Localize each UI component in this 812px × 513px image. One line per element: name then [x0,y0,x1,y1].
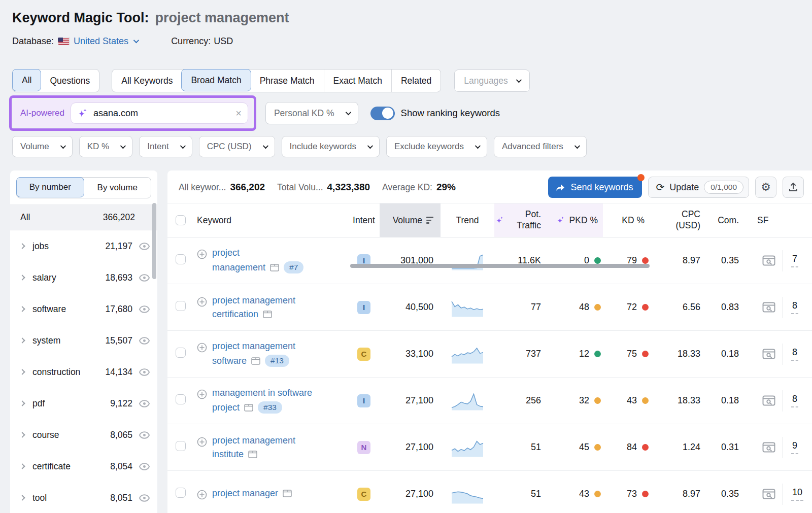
expand-chevron-icon[interactable] [19,432,25,437]
column-header-cpc[interactable]: CPC (USD) [650,203,700,237]
keyword-group-row[interactable]: jobs 21,197 [10,230,157,262]
expand-chevron-icon[interactable] [19,337,25,343]
keyword-group-row[interactable]: course 8,065 [10,419,157,451]
sidebar-scrollbar[interactable] [152,203,156,279]
keyword-group-row[interactable]: salary 18,693 [10,262,157,293]
sf-count[interactable]: 8 [791,347,798,361]
serp-features-icon[interactable] [270,264,279,271]
keyword-group-row[interactable]: construction 14,134 [10,356,157,388]
send-keywords-button[interactable]: Send keywords [548,177,642,198]
serp-preview-icon[interactable] [762,349,775,359]
match-type-tab[interactable]: Exact Match [324,70,391,92]
match-type-tab[interactable]: Questions [41,70,99,92]
horizontal-scrollbar[interactable] [350,264,650,268]
column-header-volume[interactable]: Volume [380,203,441,237]
expand-chevron-icon[interactable] [19,369,25,374]
ranking-position-badge[interactable]: #7 [284,261,303,273]
keyword-group-row[interactable]: system 15,507 [10,325,157,356]
keyword-group-row[interactable]: tool 8,051 [10,482,157,513]
keyword-link[interactable]: project management [212,435,295,446]
serp-preview-icon[interactable] [762,489,775,499]
sidebar-sort-tab[interactable]: By number [16,177,84,197]
add-keyword-icon[interactable] [197,490,207,500]
column-header-kd[interactable]: KD % [603,203,650,237]
row-checkbox[interactable] [176,254,186,264]
table-settings-button[interactable]: ⚙ [755,177,776,198]
column-header-keyword[interactable]: Keyword [197,203,348,237]
add-keyword-icon[interactable] [197,297,207,307]
eye-icon[interactable] [139,335,150,347]
filter-dropdown[interactable]: CPC (USD) [199,136,275,157]
keyword-link[interactable]: certification [212,309,258,320]
add-keyword-icon[interactable] [197,249,207,259]
expand-chevron-icon[interactable] [19,495,25,500]
keyword-search-field[interactable]: × [71,102,248,124]
intent-badge[interactable]: C [357,488,370,501]
chevron-down-icon[interactable] [133,37,139,43]
serp-features-icon[interactable] [244,404,253,412]
serp-features-icon[interactable] [251,357,260,365]
keyword-link[interactable]: project [212,248,240,258]
serp-features-icon[interactable] [283,490,292,497]
sf-count[interactable]: 8 [791,300,798,314]
personal-kd-dropdown[interactable]: Personal KD % [265,102,358,124]
keyword-link[interactable]: project management [212,341,295,352]
serp-preview-icon[interactable] [762,302,775,313]
filter-dropdown[interactable]: Include keywords [282,136,380,157]
show-ranking-keywords-toggle[interactable] [370,107,395,120]
eye-icon[interactable] [139,492,150,504]
eye-icon[interactable] [139,429,150,441]
expand-chevron-icon[interactable] [19,400,25,406]
keyword-group-row[interactable]: certificate 8,054 [10,451,157,482]
update-button[interactable]: ⟳ Update 0/1,000 [648,177,749,198]
serp-preview-icon[interactable] [762,442,775,453]
sf-count[interactable]: 8 [791,394,798,407]
keyword-group-row[interactable]: pdf 9,122 [10,388,157,419]
languages-dropdown[interactable]: Languages [454,70,530,92]
row-checkbox[interactable] [176,348,186,358]
filter-dropdown[interactable]: Advanced filters [494,136,587,157]
eye-icon[interactable] [139,366,150,378]
match-type-tab[interactable]: Phrase Match [251,70,324,92]
match-type-tab[interactable]: Related [391,70,441,92]
keyword-link[interactable]: institute [212,449,244,460]
column-header-sf[interactable]: SF [742,203,775,237]
column-header-pkd[interactable]: PKD % [554,203,603,237]
match-type-tab[interactable]: Broad Match [181,69,251,91]
column-header-pot-traffic[interactable]: Pot. Traffic [494,203,554,237]
keyword-link[interactable]: project [212,402,240,413]
expand-chevron-icon[interactable] [19,306,25,312]
keyword-link[interactable]: project management [212,295,295,306]
intent-badge[interactable]: N [357,441,370,454]
eye-icon[interactable] [139,241,150,252]
sf-count[interactable]: 10 [791,487,803,501]
search-input[interactable] [93,108,235,119]
eye-icon[interactable] [139,272,150,284]
keyword-link[interactable]: management in software [212,388,312,398]
filter-dropdown[interactable]: Intent [139,136,192,157]
expand-chevron-icon[interactable] [19,463,25,469]
intent-badge[interactable]: I [357,394,370,407]
filter-dropdown[interactable]: Exclude keywords [386,136,487,157]
clear-search-icon[interactable]: × [235,108,242,118]
keyword-link[interactable]: software [212,356,247,366]
serp-features-icon[interactable] [263,311,272,318]
column-header-trend[interactable]: Trend [441,203,494,237]
select-all-checkbox[interactable] [176,215,186,225]
row-checkbox[interactable] [176,441,186,451]
serp-preview-icon[interactable] [762,255,775,266]
filter-dropdown[interactable]: KD % [79,136,132,157]
expand-chevron-icon[interactable] [19,275,25,280]
column-header-com[interactable]: Com. [700,203,742,237]
add-keyword-icon[interactable] [197,437,207,447]
expand-chevron-icon[interactable] [19,243,25,249]
keyword-link[interactable]: management [212,262,265,273]
ranking-position-badge[interactable]: #33 [258,401,282,414]
eye-icon[interactable] [139,398,150,409]
keyword-link[interactable]: project manager [212,488,278,499]
filter-dropdown[interactable]: Volume [12,136,73,157]
match-type-tab[interactable]: All Keywords [112,70,182,92]
sidebar-item-all[interactable]: All 366,202 [10,205,157,230]
database-selector[interactable]: United States [74,36,128,47]
eye-icon[interactable] [139,303,150,315]
